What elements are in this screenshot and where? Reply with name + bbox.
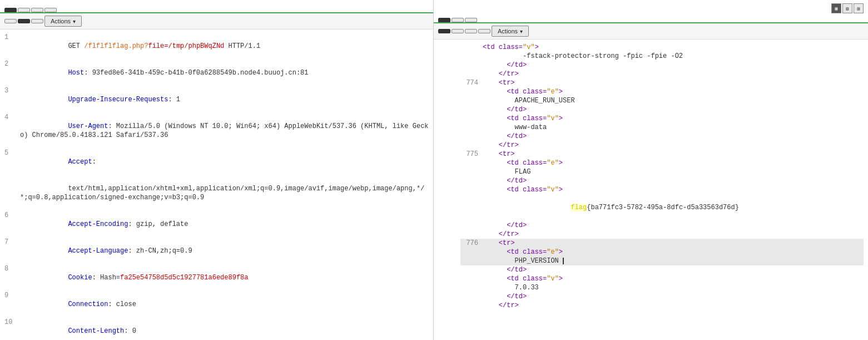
resp-line-774-tr: 774 <tr>	[460, 78, 864, 87]
main-container: Actions 1 GET /flflflflag.php?file=/tmp/…	[0, 0, 868, 340]
resp-line-td-v2: <td class="v">	[460, 114, 864, 123]
list-view-icon[interactable]: ▤	[842, 3, 852, 13]
response-tab-headers[interactable]	[452, 18, 464, 22]
resp-line-php-version-label: PHP_VERSION	[460, 257, 864, 265]
request-line-9: 9 Connection: close	[4, 291, 429, 318]
response-tab-hex[interactable]	[465, 18, 477, 22]
resp-line-776-td-e: <td class="e">	[460, 248, 864, 257]
request-sub-pretty[interactable]	[4, 19, 17, 23]
request-sub-newline[interactable]	[31, 19, 43, 23]
request-line-4: 4 User-Agent: Mozilla/5.0 (Windows NT 10…	[4, 113, 429, 149]
request-sub-raw[interactable]	[18, 19, 30, 23]
resp-line-774-td-e: <td class="e">	[460, 87, 864, 96]
request-tab-raw[interactable]	[4, 8, 17, 12]
response-content: <td class="v"> -fstack-protector-strong …	[434, 40, 868, 340]
request-line-5b: text/html,application/xhtml+xml,applicat…	[4, 175, 429, 211]
request-line-1: 1 GET /flflflflag.php?file=/tmp/phpBWqZN…	[4, 33, 429, 60]
response-actions-button[interactable]: Actions	[492, 26, 529, 37]
resp-line-tr-close: </tr>	[460, 70, 864, 78]
response-tab-bar	[438, 16, 864, 22]
request-header	[0, 0, 433, 13]
resp-line-php-version-value: 7.0.33	[460, 283, 864, 292]
response-sub-newline[interactable]	[478, 29, 490, 33]
resp-line-tr-close3: </tr>	[460, 230, 864, 239]
response-sub-raw[interactable]	[452, 29, 464, 33]
resp-line-775-tr: 775 <tr>	[460, 150, 864, 159]
resp-line-flag-value: flag{ba771fc3-5782-495a-8dfc-d5a33563d76…	[460, 194, 864, 221]
request-sub-tab-bar: Actions	[0, 13, 433, 29]
resp-line-www-data: www-data	[460, 123, 864, 132]
request-tab-bar	[4, 6, 429, 12]
resp-line-tr-close4: </tr>	[460, 301, 864, 310]
split-view-icon[interactable]: ▥	[854, 3, 864, 13]
grid-view-icon[interactable]: ▦	[831, 3, 841, 13]
resp-line-td-close6: </td>	[460, 265, 864, 274]
request-actions-button[interactable]: Actions	[44, 16, 82, 27]
request-line-2: 2 Host: 93fed8e6-341b-459c-b41b-0f0a6288…	[4, 60, 429, 86]
resp-line-td-v3: <td class="v">	[460, 185, 864, 194]
request-line-7: 7 Accept-Language: zh-CN,zh;q=0.9	[4, 238, 429, 264]
response-pane: ▦ ▤ ▥ Actions	[434, 0, 868, 340]
request-tab-headers[interactable]	[31, 8, 43, 12]
request-line-10: 10 Content-Length: 0	[4, 318, 429, 340]
response-sub-render[interactable]	[465, 29, 477, 33]
response-tab-raw[interactable]	[438, 18, 450, 22]
request-content: 1 GET /flflflflag.php?file=/tmp/phpBWqZN…	[0, 29, 433, 340]
resp-line-td-close5: </td>	[460, 221, 864, 230]
response-sub-tab-bar: Actions	[434, 23, 868, 40]
response-header: ▦ ▤ ▥	[434, 0, 868, 23]
resp-line-td-v: <td class="v">	[460, 43, 864, 52]
request-pane: Actions 1 GET /flflflflag.php?file=/tmp/…	[0, 0, 434, 340]
resp-line-td-close: </td>	[460, 61, 864, 70]
resp-line-776-tr: 776 <tr>	[460, 239, 864, 248]
resp-line-775-td-e: <td class="e">	[460, 159, 864, 167]
request-line-8: 8 Cookie: Hash=fa25e54758d5d5c1927781a6e…	[4, 264, 429, 291]
request-line-6: 6 Accept-Encoding: gzip, deflate	[4, 211, 429, 238]
request-code-block: 1 GET /flflflflag.php?file=/tmp/phpBWqZN…	[4, 33, 429, 340]
resp-line-td-close2: </td>	[460, 105, 864, 114]
request-tab-hex[interactable]	[44, 8, 57, 12]
resp-line-fstack: -fstack-protector-strong -fpic -fpie -O2	[460, 52, 864, 61]
response-line-numbers	[438, 43, 460, 310]
resp-line-td-close4: </td>	[460, 176, 864, 185]
resp-line-td-close3: </td>	[460, 132, 864, 141]
resp-line-td-v4: <td class="v">	[460, 274, 864, 283]
resp-line-td-close7: </td>	[460, 292, 864, 301]
request-line-3: 3 Upgrade-Insecure-Requests: 1	[4, 86, 429, 113]
request-line-5: 5 Accept:	[4, 149, 429, 175]
response-sub-pretty[interactable]	[438, 29, 450, 33]
resp-line-flag-label: FLAG	[460, 167, 864, 176]
request-tab-params[interactable]	[18, 8, 30, 12]
resp-line-tr-close2: </tr>	[460, 141, 864, 150]
resp-line-apache: APACHE_RUN_USER	[460, 96, 864, 105]
response-code-block: <td class="v"> -fstack-protector-strong …	[460, 43, 864, 310]
view-icons: ▦ ▤ ▥	[831, 3, 864, 13]
response-code-wrapper: <td class="v"> -fstack-protector-strong …	[438, 43, 864, 310]
